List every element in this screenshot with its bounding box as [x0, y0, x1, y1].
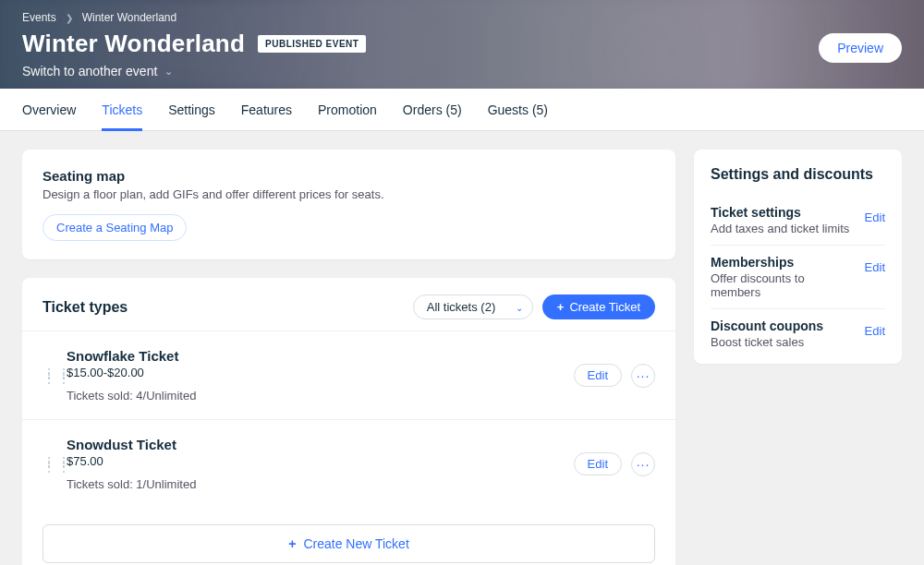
ticket-price: $15.00-$20.00	[67, 366, 561, 379]
tab-features[interactable]: Features	[241, 89, 292, 131]
breadcrumb: Events ❯ Winter Wonderland	[22, 11, 902, 24]
create-new-ticket-button[interactable]: + Create New Ticket	[43, 524, 655, 563]
sidebar-item-title: Memberships	[711, 255, 857, 270]
switch-event-label: Switch to another event	[22, 64, 157, 78]
edit-ticket-button[interactable]: Edit	[574, 364, 622, 387]
more-actions-button[interactable]: ···	[631, 452, 655, 476]
breadcrumb-current: Winter Wonderland	[82, 11, 177, 24]
create-ticket-button[interactable]: + Create Ticket	[542, 295, 655, 319]
edit-link[interactable]: Edit	[865, 255, 885, 274]
tab-orders[interactable]: Orders (5)	[403, 89, 462, 131]
preview-button[interactable]: Preview	[819, 33, 902, 63]
drag-handle-icon[interactable]: ⋮⋮⋮⋮	[43, 370, 54, 381]
ticket-row: ⋮⋮⋮⋮ Snowflake Ticket $15.00-$20.00 Tick…	[22, 331, 675, 419]
chevron-right-icon: ❯	[66, 13, 73, 23]
plus-icon: +	[288, 536, 296, 551]
seating-map-desc: Design a floor plan, add GIFs and offer …	[43, 187, 655, 201]
page-title: Winter Wonderland	[22, 30, 245, 58]
chevron-down-icon: ⌄	[164, 66, 173, 78]
ticket-name: Snowdust Ticket	[67, 437, 561, 452]
status-badge: PUBLISHED EVENT	[258, 35, 366, 53]
tab-promotion[interactable]: Promotion	[318, 89, 377, 131]
tab-guests[interactable]: Guests (5)	[488, 89, 548, 131]
settings-discounts-card: Settings and discounts Ticket settings A…	[694, 150, 902, 364]
ticket-types-card: Ticket types All tickets (2) ⌄ + Create …	[22, 278, 675, 565]
sidebar-item-title: Ticket settings	[711, 205, 849, 220]
edit-link[interactable]: Edit	[865, 319, 885, 338]
ticket-row: ⋮⋮⋮⋮ Snowdust Ticket $75.00 Tickets sold…	[22, 419, 675, 508]
create-seating-map-button[interactable]: Create a Seating Map	[43, 214, 187, 241]
tab-overview[interactable]: Overview	[22, 89, 76, 131]
create-ticket-label: Create Ticket	[569, 300, 640, 314]
ellipsis-icon: ···	[637, 368, 650, 383]
more-actions-button[interactable]: ···	[631, 364, 655, 388]
ticket-types-title: Ticket types	[43, 299, 128, 316]
sidebar-item-ticket-settings: Ticket settings Add taxes and ticket lim…	[711, 196, 885, 246]
drag-handle-icon[interactable]: ⋮⋮⋮⋮	[43, 459, 54, 470]
ticket-filter-dropdown[interactable]: All tickets (2) ⌄	[413, 295, 533, 319]
create-new-ticket-label: Create New Ticket	[303, 536, 408, 551]
edit-ticket-button[interactable]: Edit	[574, 452, 622, 475]
seating-map-title: Seating map	[43, 168, 655, 184]
sidebar-item-desc: Boost ticket sales	[711, 335, 823, 349]
ticket-filter-label: All tickets (2)	[427, 300, 495, 314]
tab-tickets[interactable]: Tickets	[102, 89, 142, 131]
sidebar-item-desc: Add taxes and ticket limits	[711, 222, 849, 235]
ticket-sold: Tickets sold: 4/Unlimited	[67, 389, 561, 403]
breadcrumb-root[interactable]: Events	[22, 11, 56, 24]
seating-map-card: Seating map Design a floor plan, add GIF…	[22, 150, 675, 259]
ticket-price: $75.00	[67, 454, 561, 468]
sidebar-item-title: Discount coupons	[711, 319, 823, 333]
sidebar-item-discount-coupons: Discount coupons Boost ticket sales Edit	[711, 309, 885, 358]
chevron-down-icon: ⌄	[516, 302, 523, 312]
sidebar-item-desc: Offer discounts to members	[711, 271, 857, 299]
ticket-sold: Tickets sold: 1/Unlimited	[67, 477, 561, 491]
settings-discounts-title: Settings and discounts	[711, 166, 885, 183]
sidebar-item-memberships: Memberships Offer discounts to members E…	[711, 246, 885, 309]
tab-bar: Overview Tickets Settings Features Promo…	[0, 89, 924, 131]
ellipsis-icon: ···	[637, 457, 650, 472]
edit-link[interactable]: Edit	[865, 205, 885, 224]
ticket-name: Snowflake Ticket	[67, 348, 561, 364]
tab-settings[interactable]: Settings	[168, 89, 215, 131]
hero-header: Events ❯ Winter Wonderland Winter Wonder…	[0, 0, 924, 89]
plus-icon: +	[557, 300, 565, 314]
switch-event-dropdown[interactable]: Switch to another event ⌄	[22, 64, 902, 78]
